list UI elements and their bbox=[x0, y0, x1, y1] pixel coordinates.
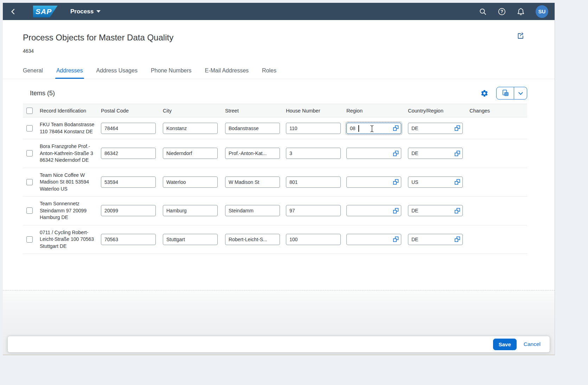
export-menu-arrow-button[interactable] bbox=[514, 87, 527, 99]
back-icon bbox=[10, 8, 16, 15]
value-help-icon[interactable] bbox=[454, 208, 460, 214]
export-to-spreadsheet-button[interactable] bbox=[497, 87, 514, 99]
value-help-icon[interactable] bbox=[454, 125, 460, 131]
tab-addresses[interactable]: Addresses bbox=[50, 68, 90, 79]
country-inputbox[interactable] bbox=[408, 205, 463, 216]
city-input[interactable] bbox=[163, 177, 218, 188]
help-button[interactable]: ? bbox=[498, 7, 506, 16]
back-button[interactable] bbox=[3, 8, 23, 15]
addresses-section: Items (5) bbox=[3, 87, 555, 254]
value-help-icon[interactable] bbox=[393, 208, 399, 214]
save-button[interactable]: Save bbox=[493, 339, 517, 350]
country-region-input[interactable] bbox=[411, 126, 454, 131]
chevron-down-icon bbox=[96, 10, 101, 13]
postal-code-input[interactable] bbox=[101, 205, 156, 216]
country-inputbox[interactable] bbox=[408, 148, 463, 159]
value-help-icon[interactable] bbox=[393, 125, 399, 131]
postal-code-input[interactable] bbox=[101, 234, 156, 245]
product-switch-menu[interactable]: Process bbox=[70, 8, 101, 15]
column-header-postal-code[interactable]: Postal Code bbox=[101, 108, 163, 114]
value-help-icon[interactable] bbox=[393, 179, 399, 185]
country-region-input[interactable] bbox=[411, 150, 454, 156]
region-inputbox[interactable] bbox=[346, 177, 401, 188]
tab-strip: General Addresses Address Usages Phone N… bbox=[3, 64, 555, 79]
house-number-input[interactable] bbox=[286, 123, 341, 134]
column-header-city[interactable]: City bbox=[163, 108, 225, 114]
table-row: Team Nice Coffee W Madison St 801 53594 … bbox=[23, 168, 527, 197]
tab-roles[interactable]: Roles bbox=[255, 68, 283, 79]
country-inputbox[interactable] bbox=[408, 177, 463, 188]
street-input[interactable] bbox=[225, 234, 280, 245]
region-inputbox[interactable] bbox=[346, 148, 401, 159]
tab-phone-numbers[interactable]: Phone Numbers bbox=[144, 68, 198, 79]
tab-email-addresses[interactable]: E-Mail Addresses bbox=[198, 68, 256, 79]
city-input[interactable] bbox=[163, 123, 218, 134]
country-region-input[interactable] bbox=[411, 237, 454, 242]
region-input[interactable] bbox=[350, 150, 393, 156]
house-number-input[interactable] bbox=[286, 148, 341, 159]
table-row: FKU Team Bodanstrasse 110 78464 Konstanz… bbox=[23, 117, 527, 139]
value-help-icon[interactable] bbox=[454, 236, 460, 242]
export-split-button bbox=[496, 87, 527, 100]
country-inputbox[interactable] bbox=[408, 234, 463, 245]
table-settings-button[interactable] bbox=[480, 89, 488, 97]
country-region-input[interactable] bbox=[411, 208, 454, 213]
svg-text:?: ? bbox=[500, 9, 503, 14]
region-input[interactable] bbox=[350, 208, 393, 213]
column-header-house-number[interactable]: House Number bbox=[286, 108, 346, 114]
house-number-input[interactable] bbox=[286, 177, 341, 188]
settings-gear-icon bbox=[480, 89, 488, 97]
column-header-record-identification[interactable]: Record Identification bbox=[40, 108, 101, 114]
row-select-checkbox[interactable] bbox=[26, 207, 33, 214]
share-icon bbox=[516, 31, 525, 40]
postal-code-input[interactable] bbox=[101, 148, 156, 159]
region-inputbox[interactable] bbox=[346, 123, 401, 134]
value-help-icon[interactable] bbox=[454, 179, 460, 185]
row-select-checkbox[interactable] bbox=[26, 236, 33, 243]
city-input[interactable] bbox=[163, 234, 218, 245]
record-identification-text: 0711 / Cycling Robert-Leicht-Straße 100 … bbox=[40, 229, 101, 250]
row-select-checkbox[interactable] bbox=[26, 179, 33, 185]
table-header-row: Record Identification Postal Code City S… bbox=[23, 104, 527, 117]
table-body: FKU Team Bodanstrasse 110 78464 Konstanz… bbox=[23, 117, 527, 254]
street-input[interactable] bbox=[225, 177, 280, 188]
region-inputbox[interactable] bbox=[346, 205, 401, 216]
country-region-input[interactable] bbox=[411, 179, 454, 185]
column-header-changes[interactable]: Changes bbox=[469, 108, 528, 114]
country-inputbox[interactable] bbox=[408, 123, 463, 134]
avatar-initials: SU bbox=[538, 8, 546, 14]
notifications-button[interactable] bbox=[517, 7, 525, 16]
select-all-checkbox[interactable] bbox=[26, 108, 33, 114]
bell-icon bbox=[517, 7, 525, 16]
user-avatar[interactable]: SU bbox=[536, 5, 548, 18]
column-header-region[interactable]: Region bbox=[346, 108, 408, 114]
value-help-icon[interactable] bbox=[393, 236, 399, 242]
tab-general[interactable]: General bbox=[16, 68, 50, 79]
region-input[interactable] bbox=[350, 237, 393, 242]
cancel-button[interactable]: Cancel bbox=[519, 339, 545, 350]
value-help-icon[interactable] bbox=[393, 150, 399, 156]
region-input[interactable] bbox=[350, 179, 393, 185]
sap-logo[interactable]: SAP bbox=[33, 6, 58, 18]
street-input[interactable] bbox=[225, 148, 280, 159]
city-input[interactable] bbox=[163, 205, 218, 216]
house-number-input[interactable] bbox=[286, 234, 341, 245]
footer-action-bar: Save Cancel bbox=[7, 336, 550, 353]
postal-code-input[interactable] bbox=[101, 123, 156, 134]
city-input[interactable] bbox=[163, 148, 218, 159]
region-inputbox[interactable] bbox=[346, 234, 401, 245]
house-number-input[interactable] bbox=[286, 205, 341, 216]
value-help-icon[interactable] bbox=[454, 150, 460, 156]
share-button[interactable] bbox=[516, 31, 525, 42]
row-select-checkbox[interactable] bbox=[26, 125, 33, 131]
street-input[interactable] bbox=[225, 205, 280, 216]
row-select-checkbox[interactable] bbox=[26, 150, 33, 156]
items-count-title: Items (5) bbox=[30, 90, 55, 97]
postal-code-input[interactable] bbox=[101, 177, 156, 188]
column-header-country-region[interactable]: Country/Region bbox=[408, 108, 469, 114]
column-header-street[interactable]: Street bbox=[225, 108, 286, 114]
record-identification-text: Team Nice Coffee W Madison St 801 53594 … bbox=[40, 172, 101, 193]
tab-address-usages[interactable]: Address Usages bbox=[90, 68, 144, 79]
street-input[interactable] bbox=[225, 123, 280, 134]
search-button[interactable] bbox=[479, 7, 487, 16]
